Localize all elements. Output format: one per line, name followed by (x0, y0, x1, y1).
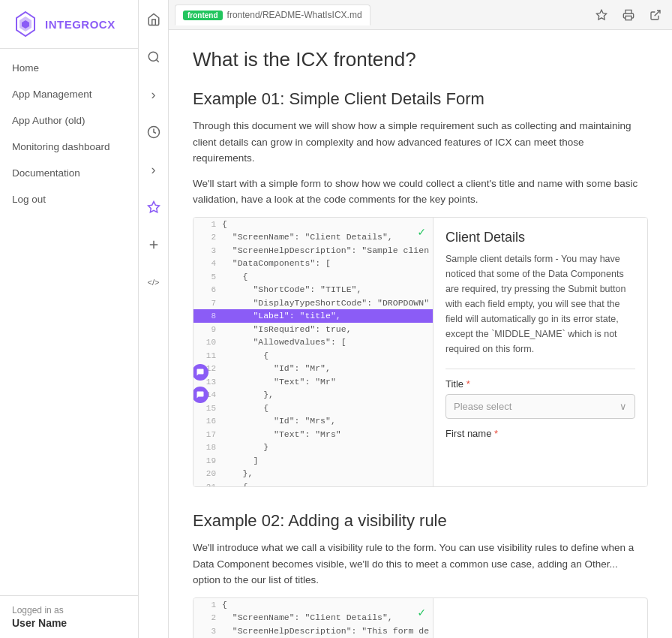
info-panel-title: Client Details (446, 230, 635, 245)
active-tab[interactable]: frontend frontend/README-WhatIsICX.md (175, 5, 370, 26)
logged-in-label: Logged in as (12, 605, 126, 615)
clock-icon[interactable] (142, 120, 166, 144)
page-title: What is the ICX frontend? (193, 48, 648, 71)
check-icon: ✓ (418, 224, 425, 242)
tab-path: frontend/README-WhatIsICX.md (227, 10, 362, 20)
mini-code-line-2: 2 "ScreenName": "Client Details", (194, 611, 433, 624)
svg-marker-9 (596, 10, 606, 20)
select-placeholder: Please select (454, 401, 512, 412)
code-line-20: 20 }, (194, 467, 433, 480)
tab-bar: frontend frontend/README-WhatIsICX.md (169, 0, 672, 30)
code-line-6: 6 "ShortCode": "TITLE", (194, 283, 433, 296)
user-info: Logged in as User Name (0, 595, 138, 638)
section-1-para-1: Through this document we will show how a… (193, 118, 648, 167)
code-line-16: 16 "Id": "Mrs", (194, 414, 433, 428)
logo-text: INTEGROCX (45, 18, 116, 31)
section-2-para-1: We'll introduce what we call a visibilit… (193, 540, 648, 588)
code-line-18: 18 } (194, 441, 433, 454)
code-panel-1: ✓ 1{ 2 "ScreenName": "Client Details", 3… (194, 218, 434, 486)
check-icon-2: ✓ (418, 604, 425, 622)
svg-point-3 (148, 52, 158, 61)
print-button[interactable] (618, 5, 639, 26)
code-line-10: 10 "AllowedValues": [ (194, 336, 433, 349)
code-line-19: 19 ] (194, 454, 433, 468)
code-line-5: 5 { (194, 270, 433, 284)
tab-badge: frontend (183, 11, 223, 20)
share-button[interactable] (645, 5, 666, 26)
code-line-14: 14 }, (194, 388, 433, 402)
nav-item-documentation[interactable]: Documentation (0, 160, 138, 186)
mini-code-line-1: 1{ (194, 598, 433, 612)
nav-item-monitoring[interactable]: Monitoring dashboard (0, 134, 138, 160)
plus-icon[interactable] (142, 233, 166, 257)
nav-menu: Home App Management App Author (old) Mon… (0, 49, 138, 595)
nav-item-app-author[interactable]: App Author (old) (0, 107, 138, 134)
form-title-label: Title * (446, 378, 635, 390)
code-line-17: 17 "Text": "Mrs" (194, 428, 433, 441)
divider (446, 369, 635, 369)
section-2-title: Example 02: Adding a visibility rule (193, 511, 648, 531)
username: User Name (12, 617, 126, 629)
content-area: What is the ICX frontend? Example 01: Si… (169, 30, 672, 638)
search-icon[interactable] (142, 45, 166, 69)
bookmark-button[interactable] (591, 5, 612, 26)
nav-item-app-management[interactable]: App Management (0, 81, 138, 107)
section-1-para-2: We'll start with a simple form to show h… (193, 176, 648, 208)
logo-icon (12, 11, 39, 38)
info-panel-text: Sample client details form - You may hav… (446, 251, 635, 357)
svg-rect-10 (626, 16, 632, 20)
firstname-label: First name * (446, 428, 635, 439)
info-panel-1: Client Details Sample client details for… (434, 218, 647, 486)
star-icon[interactable] (142, 195, 166, 219)
chevron-right-icon[interactable]: › (142, 83, 166, 107)
code-line-9: 9 "IsRequired": true, (194, 323, 433, 336)
svg-line-11 (655, 11, 660, 16)
nav-item-home[interactable]: Home (0, 55, 138, 81)
section-2: Example 02: Adding a visibility rule We'… (193, 511, 648, 638)
chevron-right-2-icon[interactable]: › (142, 158, 166, 182)
code-panel-2: ✓ 1{ 2 "ScreenName": "Client Details", 3… (194, 598, 434, 638)
section-1: Example 01: Simple Client Details Form T… (193, 89, 648, 487)
sidebar: INTEGROCX Home App Management App Author… (0, 0, 139, 638)
code-line-12: 12 "Id": "Mr", (194, 362, 433, 375)
main-content: frontend frontend/README-WhatIsICX.md Wh… (169, 0, 672, 638)
code-line-7: 7 "DisplayTypeShortCode": "DROPDOWN" (194, 296, 433, 310)
tab-actions (591, 5, 666, 26)
code-line-8: 8 "Label": "title", (194, 309, 433, 323)
code-line-21: 21 { (194, 480, 433, 486)
code-line-3: 3 "ScreenHelpDescription": "Sample clien (194, 244, 433, 257)
code-tag-icon[interactable]: </> (142, 270, 166, 294)
section-1-title: Example 01: Simple Client Details Form (193, 89, 648, 109)
nav-item-logout[interactable]: Log out (0, 186, 138, 212)
icon-column: › › </> (139, 0, 169, 638)
title-select[interactable]: Please select ∨ (446, 394, 635, 419)
logo: INTEGROCX (0, 0, 138, 49)
mini-code-line-3: 3 "ScreenHelpDescription": "This form de (194, 624, 433, 638)
split-panel-2: ✓ 1{ 2 "ScreenName": "Client Details", 3… (193, 597, 648, 638)
code-line-15: 15 { (194, 402, 433, 415)
home-icon[interactable] (142, 8, 166, 32)
code-line-4: 4 "DataComponents": [ (194, 257, 433, 270)
svg-marker-6 (148, 202, 159, 212)
code-line-1: 1{ (194, 218, 433, 231)
dropdown-arrow-icon: ∨ (620, 401, 627, 412)
code-line-2: 2 "ScreenName": "Client Details", (194, 230, 433, 244)
split-panel-1: ✓ 1{ 2 "ScreenName": "Client Details", 3… (193, 217, 648, 487)
svg-line-4 (156, 59, 158, 62)
code-line-13: 13 "Text": "Mr" (194, 375, 433, 389)
code-line-11: 11 { (194, 349, 433, 363)
